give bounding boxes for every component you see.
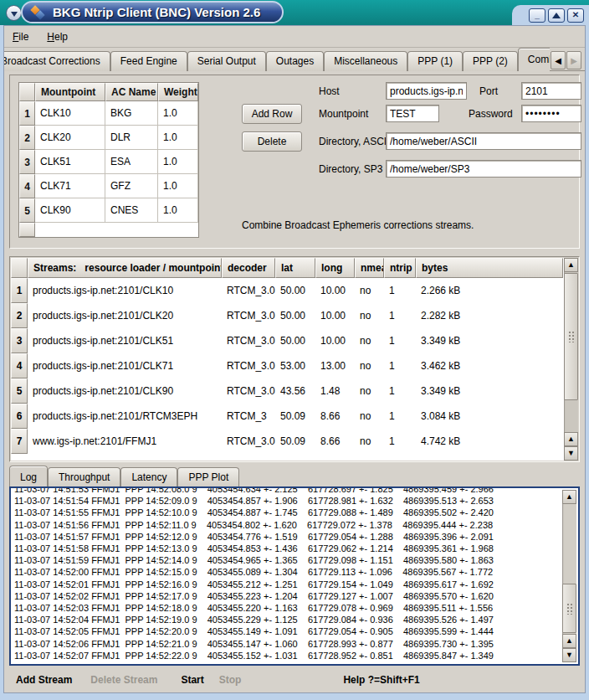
cell-lat[interactable]: 50.09 (275, 429, 315, 454)
cell-long[interactable]: 1.48 (315, 378, 355, 404)
window-menu-button[interactable] (6, 5, 22, 21)
directory-ascii-input[interactable] (386, 132, 581, 150)
cell-weight[interactable]: 1.0 (158, 198, 198, 223)
cell-ntrip[interactable]: 1 (384, 404, 416, 429)
tab[interactable]: PPP (1) (407, 51, 463, 71)
close-button[interactable]: ✕ (567, 8, 584, 23)
cell-bytes[interactable]: 2.266 kB (416, 278, 563, 303)
cell-ntrip[interactable]: 1 (384, 378, 416, 404)
cell-ntrip[interactable]: 1 (384, 429, 416, 454)
cell-bytes[interactable]: 4.742 kB (416, 429, 563, 454)
cell-long[interactable]: 8.66 (315, 404, 355, 429)
directory-sp3-input[interactable] (386, 160, 581, 178)
cell-mountpoint[interactable]: products.igs-ip.net:2101/CLK10 (28, 278, 222, 303)
cell-ac-name[interactable]: BKG (105, 101, 158, 126)
tab[interactable]: Miscellaneous (324, 51, 407, 71)
log-scrollbar[interactable]: ▲ ▲ ▼ (562, 490, 576, 662)
column-header-long[interactable]: long (315, 258, 355, 278)
cell-mountpoint[interactable]: CLK20 (35, 126, 105, 150)
table-row[interactable]: 4 products.igs-ip.net:2101/CLK71 RTCM_3.… (11, 353, 578, 378)
tab[interactable]: PPP (2) (463, 51, 518, 71)
cell-lat[interactable]: 50.00 (275, 303, 315, 328)
delete-button[interactable]: Delete (242, 131, 302, 152)
scroll-up-icon[interactable]: ▲ (564, 258, 578, 272)
cell-weight[interactable]: 1.0 (158, 101, 198, 126)
cell-ac-name[interactable]: CNES (105, 198, 158, 223)
column-header-mountpoint[interactable]: Streams: resource loader / mountpoint (28, 258, 222, 278)
bottom-tab[interactable]: Throughput (48, 467, 120, 486)
table-row[interactable]: 6 products.igs-ip.net:2101/RTCM3EPH RTCM… (11, 404, 578, 429)
cell-nmea[interactable]: no (355, 278, 384, 303)
tab[interactable]: Combination (518, 48, 550, 71)
cell-lat[interactable]: 43.56 (275, 378, 315, 404)
cell-weight[interactable]: 1.0 (158, 150, 198, 174)
stop-button[interactable]: Stop (219, 674, 242, 686)
table-row[interactable]: 2 products.igs-ip.net:2101/CLK20 RTCM_3.… (11, 303, 578, 328)
cell-nmea[interactable]: no (355, 303, 384, 328)
table-row[interactable]: 5 products.igs-ip.net:2101/CLK90 RTCM_3.… (11, 378, 578, 404)
table-row[interactable]: 2 CLK20 DLR 1.0 (19, 126, 198, 150)
menu-file[interactable]: File (13, 31, 28, 43)
cell-decoder[interactable]: RTCM_3.0 (222, 278, 275, 303)
maximize-button[interactable] (548, 8, 565, 23)
table-row[interactable]: 1 CLK10 BKG 1.0 (19, 101, 198, 126)
scroll-up-icon[interactable]: ▲ (562, 634, 576, 648)
cell-bytes[interactable]: 3.349 kB (416, 328, 563, 353)
cell-nmea[interactable]: no (355, 404, 384, 429)
table-row[interactable]: 3 CLK51 ESA 1.0 (19, 150, 198, 174)
cell-mountpoint[interactable]: CLK10 (35, 101, 105, 126)
cell-bytes[interactable]: 3.349 kB (416, 378, 563, 404)
cell-decoder[interactable]: RTCM_3.0 (222, 303, 275, 328)
cell-lat[interactable]: 50.00 (275, 328, 315, 353)
cell-mountpoint[interactable]: products.igs-ip.net:2101/CLK51 (28, 328, 222, 353)
cell-mountpoint[interactable]: products.igs-ip.net:2101/CLK71 (28, 353, 222, 378)
cell-long[interactable]: 10.00 (315, 303, 355, 328)
cell-mountpoint[interactable]: products.igs-ip.net:2101/RTCM3EPH (28, 404, 222, 429)
cell-long[interactable]: 10.00 (315, 278, 355, 303)
cell-lat[interactable]: 53.00 (275, 353, 315, 378)
menu-help[interactable]: Help (47, 31, 68, 43)
cell-ac-name[interactable]: ESA (105, 150, 158, 174)
cell-weight[interactable]: 1.0 (158, 126, 198, 150)
log-output[interactable]: 11-03-07 14:51:53 FFMJ1 PPP 14:52:08.0 9… (9, 486, 580, 666)
column-header-nmea[interactable]: nmea (355, 258, 384, 278)
cell-weight[interactable]: 1.0 (158, 174, 198, 198)
cell-decoder[interactable]: RTCM_3.0 (222, 353, 275, 378)
cell-bytes[interactable]: 3.084 kB (416, 404, 563, 429)
tab-scroll-right-icon[interactable]: ▶ (566, 51, 581, 69)
cell-decoder[interactable]: RTCM_3.0 (222, 328, 275, 353)
start-button[interactable]: Start (181, 674, 203, 686)
host-input[interactable] (386, 82, 467, 100)
scroll-down-icon[interactable]: ▼ (564, 446, 578, 461)
table-row[interactable]: 1 products.igs-ip.net:2101/CLK10 RTCM_3.… (11, 278, 578, 303)
column-header-weight[interactable]: Weight (158, 83, 198, 101)
tab[interactable]: Outages (266, 51, 324, 71)
scrollbar-slider[interactable] (564, 273, 578, 400)
cell-decoder[interactable]: RTCM_3 (222, 404, 275, 429)
help-label[interactable]: Help ?=Shift+F1 (343, 674, 419, 686)
cell-lat[interactable]: 50.00 (275, 278, 315, 303)
scroll-up-icon[interactable]: ▲ (562, 490, 576, 504)
minimize-button[interactable]: _ (529, 8, 545, 23)
port-input[interactable] (521, 82, 581, 100)
mountpoint-input[interactable] (386, 105, 439, 122)
cell-nmea[interactable]: no (355, 378, 384, 404)
cell-mountpoint[interactable]: products.igs-ip.net:2101/CLK90 (28, 378, 222, 404)
password-input[interactable] (521, 105, 581, 122)
streams-scrollbar[interactable]: ▲ ▲ ▼ (564, 258, 578, 461)
scroll-up-icon[interactable]: ▲ (564, 432, 578, 446)
bottom-tab[interactable]: Log (9, 466, 48, 486)
column-header-mountpoint[interactable]: Mountpoint (35, 83, 105, 101)
tab[interactable]: Broadcast Corrections (4, 51, 110, 71)
column-header-decoder[interactable]: decoder (222, 258, 275, 278)
cell-lat[interactable]: 50.09 (275, 404, 315, 429)
cell-ntrip[interactable]: 1 (384, 278, 416, 303)
cell-mountpoint[interactable]: www.igs-ip.net:2101/FFMJ1 (28, 429, 222, 454)
cell-long[interactable]: 8.66 (315, 429, 355, 454)
cell-long[interactable]: 10.00 (315, 328, 355, 353)
column-header-bytes[interactable]: bytes (416, 258, 563, 278)
cell-bytes[interactable]: 2.282 kB (416, 303, 563, 328)
cell-decoder[interactable]: RTCM_3.0 (222, 429, 275, 454)
add-stream-button[interactable]: Add Stream (16, 674, 72, 686)
scrollbar-slider[interactable] (562, 584, 576, 633)
